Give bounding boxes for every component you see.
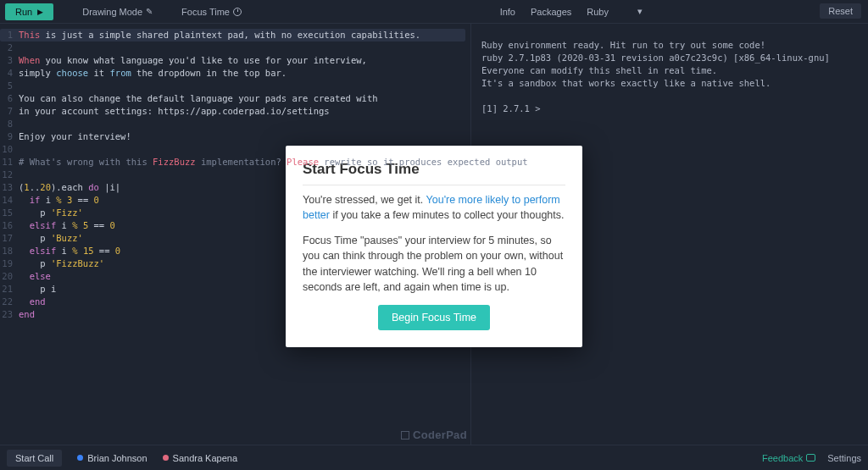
line-gutter: 1234567891011121314151617181920212223 — [0, 29, 15, 321]
code-content: This is just a simple shared plaintext p… — [19, 29, 465, 321]
